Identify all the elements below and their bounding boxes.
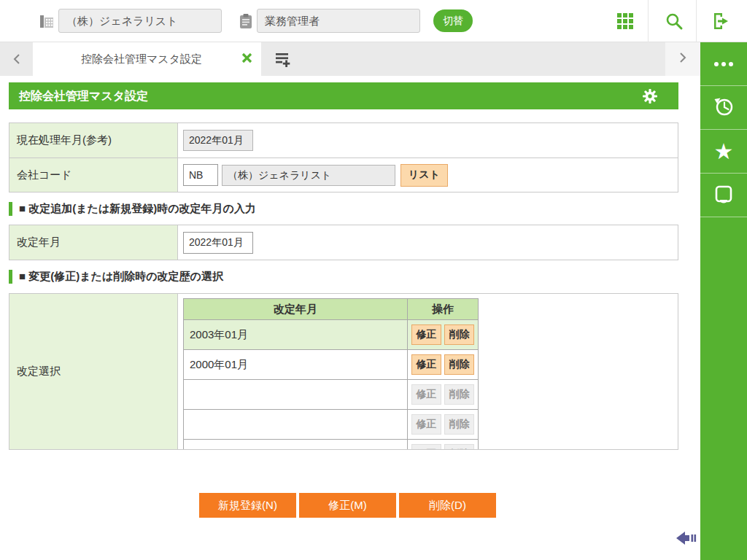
tab-scroll-right-zone (665, 42, 700, 76)
delete-button[interactable]: 削除(D) (399, 493, 496, 518)
row-modify-button[interactable]: 修正 (411, 354, 441, 375)
row-delete-button[interactable]: 削除 (444, 354, 474, 375)
app-header: （株）ジェネラリスト 業務管理者 切替 (0, 0, 747, 42)
role-clipboard-icon (238, 12, 254, 33)
company-code-row: 会社コード （株）ジェネラリスト リスト (9, 158, 678, 192)
header-divider (648, 0, 649, 42)
revision-row-1[interactable]: 2003年01月 修正削除 (184, 320, 479, 350)
current-month-value: 2022年01月 (183, 130, 253, 151)
row-delete-button-disabled: 削除 (444, 384, 474, 405)
action-button-group: 新規登録(N) 修正(M) 削除(D) (199, 493, 496, 518)
section-accent-bar (9, 270, 12, 284)
switch-button[interactable]: 切替 (433, 9, 473, 32)
page-title-bar: 控除会社管理マスタ設定 (9, 82, 678, 109)
row-modify-button-disabled: 修正 (411, 414, 441, 435)
row-delete-button-disabled: 削除 (444, 444, 474, 449)
company-code-input[interactable] (183, 164, 218, 186)
modify-button[interactable]: 修正(M) (299, 493, 396, 518)
tab-active[interactable]: 控除会社管理マスタ設定 (33, 42, 261, 76)
new-tab-icon[interactable] (274, 51, 292, 71)
operation-column-header: 操作 (408, 299, 479, 320)
tab-close-icon[interactable] (241, 52, 252, 66)
revision-month-column-header: 改定年月 (184, 299, 408, 320)
right-sidebar: ★ (700, 42, 747, 560)
revision-month-panel: 改定年月 (9, 225, 678, 260)
revision-select-row: 改定選択 改定年月 操作 2003年01月 修正削除 (9, 294, 678, 449)
star-icon: ★ (714, 141, 734, 163)
logout-icon[interactable] (712, 12, 731, 31)
revision-table-header-row: 改定年月 操作 (184, 299, 479, 320)
company-name-field[interactable]: （株）ジェネラリスト (58, 9, 222, 33)
revision-month-input[interactable] (183, 232, 253, 254)
section-select-header: ■ 変更(修正)または削除時の改定歴の選択 (9, 270, 223, 284)
revision-month-cell: 2003年01月 (184, 320, 408, 350)
sidebar-collapse-arrow-icon[interactable] (676, 529, 699, 550)
more-ellipsis-icon (713, 58, 735, 71)
new-register-button[interactable]: 新規登録(N) (199, 493, 296, 518)
section-accent-bar (9, 202, 12, 216)
current-month-row: 現在処理年月(参考) 2022年01月 (9, 123, 678, 158)
history-clock-icon (713, 96, 735, 120)
revision-table-viewport[interactable]: 改定年月 操作 2003年01月 修正削除 2000年01月 (183, 298, 479, 449)
sidebar-history-button[interactable] (700, 86, 747, 130)
revision-row-5: 修正削除 (184, 440, 479, 450)
sidebar-memo-button[interactable] (700, 174, 747, 217)
sidebar-more-button[interactable] (700, 42, 747, 86)
revision-row-3: 修正削除 (184, 380, 479, 410)
row-modify-button-disabled: 修正 (411, 384, 441, 405)
revision-month-label: 改定年月 (9, 225, 178, 260)
company-building-icon (38, 12, 55, 33)
revision-select-label: 改定選択 (9, 294, 178, 449)
section-select-title: ■ 変更(修正)または削除時の改定歴の選択 (19, 270, 223, 284)
current-month-panel: 現在処理年月(参考) 2022年01月 会社コード （株）ジェネラリスト リスト (9, 122, 678, 192)
row-modify-button[interactable]: 修正 (411, 324, 441, 345)
tab-strip: 控除会社管理マスタ設定 (0, 42, 700, 76)
row-modify-button-disabled: 修正 (411, 444, 441, 449)
memo-note-icon (713, 184, 734, 207)
apps-grid-icon[interactable] (616, 12, 635, 31)
sidebar-favorites-button[interactable]: ★ (700, 130, 747, 174)
company-list-button[interactable]: リスト (400, 164, 448, 187)
company-name-readonly: （株）ジェネラリスト (222, 165, 395, 186)
row-delete-button-disabled: 削除 (444, 414, 474, 435)
current-month-label: 現在処理年月(参考) (9, 123, 178, 158)
revision-row-2[interactable]: 2000年01月 修正削除 (184, 350, 479, 380)
tab-scroll-left-icon[interactable] (6, 42, 28, 76)
company-code-label: 会社コード (9, 158, 178, 192)
revision-month-row: 改定年月 (9, 225, 678, 260)
revision-table: 改定年月 操作 2003年01月 修正削除 2000年01月 (183, 298, 479, 449)
search-icon[interactable] (665, 12, 684, 31)
section-add-header: ■ 改定追加(または新規登録)時の改定年月の入力 (9, 202, 256, 216)
revision-month-cell (184, 410, 408, 440)
row-delete-button[interactable]: 削除 (444, 324, 474, 345)
header-divider (696, 0, 697, 42)
revision-month-cell: 2000年01月 (184, 350, 408, 380)
revision-select-panel: 改定選択 改定年月 操作 2003年01月 修正削除 (9, 293, 678, 450)
role-field[interactable]: 業務管理者 (257, 9, 420, 33)
revision-row-4: 修正削除 (184, 410, 479, 440)
revision-month-cell (184, 380, 408, 410)
settings-gear-icon[interactable] (640, 87, 659, 109)
tab-scroll-right-icon[interactable] (678, 52, 687, 66)
tab-title: 控除会社管理マスタ設定 (42, 52, 241, 66)
section-add-title: ■ 改定追加(または新規登録)時の改定年月の入力 (19, 202, 256, 216)
revision-month-cell (184, 440, 408, 450)
page-title: 控除会社管理マスタ設定 (9, 82, 678, 109)
